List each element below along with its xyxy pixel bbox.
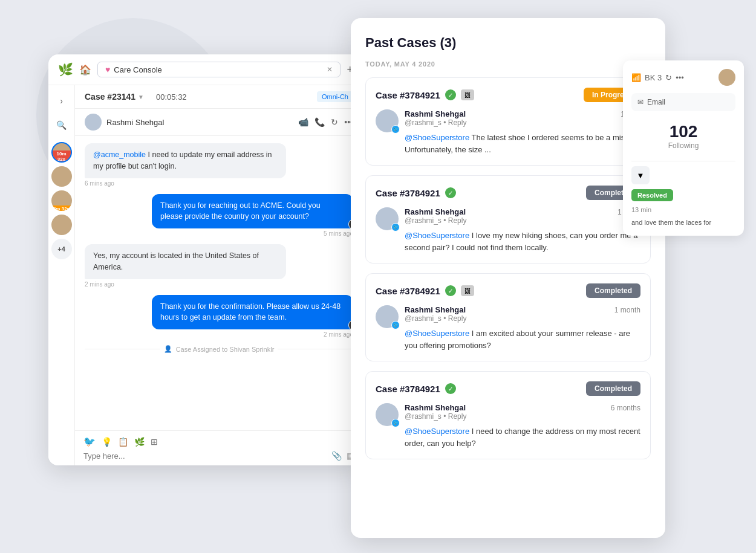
case-user-handle-4: @rashmi_s • Reply — [405, 412, 640, 421]
agent-actions: 📹 📞 ↻ ••• — [298, 117, 353, 127]
case-user-avatar-1: 🐦 — [376, 109, 399, 132]
case-user-name-2: Rashmi Shehgal — [405, 207, 466, 216]
message-input-row: 📎 ▦ — [83, 451, 354, 461]
care-console-tab[interactable]: ♥ Care Console ✕ — [97, 62, 341, 77]
case-user-name-3: Rashmi Shehgal — [405, 305, 466, 314]
case-card-3-header: Case #3784921 ✓ 🖼 Completed — [376, 283, 640, 298]
chat-sidebar: › 🔍 10m 32s 5m 32s +4 — [48, 85, 75, 465]
case-message-1: @ShoeSuperstore The latest shoe I ordere… — [405, 132, 640, 155]
case-card-1-header: Case #3784921 ✓ 🖼 In Progress — [376, 88, 640, 102]
right-panel-header: 📶 BK 3 ↻ ••• — [631, 69, 735, 86]
message-time-1: 6 mins ago — [85, 180, 114, 187]
message-2: Thank you for reaching out to ACME. Coul… — [152, 194, 353, 238]
message-input[interactable] — [83, 451, 327, 461]
mention-1: @acme_mobile — [93, 150, 146, 159]
expand-icon[interactable]: › — [52, 91, 71, 111]
sidebar-avatar-3[interactable]: 5m 32s — [51, 190, 72, 211]
twitter-badge-3: 🐦 — [391, 321, 400, 329]
case-user-row-2: 🐦 Rashmi Shehgal 1 week @rashmi_s • Repl… — [376, 207, 640, 253]
case-card-1[interactable]: Case #3784921 ✓ 🖼 In Progress 🐦 Rashmi S… — [365, 77, 651, 166]
search-icon[interactable]: 🔍 — [52, 115, 71, 135]
resolved-badge: Resolved — [631, 189, 673, 201]
divider-1 — [631, 161, 735, 161]
chat-panel: 🌿 🏠 ♥ Care Console ✕ + › 🔍 10m 32s 5m 32… — [48, 54, 363, 465]
following-box: 102 Following — [631, 116, 735, 156]
case-verified-icon-1: ✓ — [445, 89, 456, 100]
twitter-icon[interactable]: 🐦 — [83, 436, 96, 447]
case-time-3: 1 month — [614, 306, 640, 314]
phone-icon[interactable]: 📞 — [314, 117, 325, 127]
status-badge-4: Completed — [586, 381, 640, 396]
case-user-info-1: Rashmi Shehgal 12min @rashmi_s • Reply @… — [405, 109, 640, 155]
close-tab-icon[interactable]: ✕ — [327, 65, 333, 74]
attach-icon[interactable]: 📎 — [331, 451, 342, 461]
case-card-2-header: Case #3784921 ✓ Completed — [376, 186, 640, 200]
case-id-4: Case #3784921 — [376, 384, 440, 394]
case-user-row-1: 🐦 Rashmi Shehgal 12min @rashmi_s • Reply… — [376, 109, 640, 155]
video-icon[interactable]: 📹 — [298, 117, 308, 127]
case-timer: 00:05:32 — [156, 92, 187, 102]
message-3: Yes, my account is located in the United… — [85, 244, 286, 288]
resolved-section: Resolved — [631, 189, 735, 201]
sidebar-avatar-2[interactable] — [51, 166, 72, 187]
sidebar-avatar-1[interactable]: 10m 32s — [51, 142, 72, 163]
emoji-icon[interactable]: 💡 — [102, 437, 112, 447]
case-title[interactable]: Case #23141 ▼ — [85, 92, 144, 102]
case-id-3: Case #3784921 — [376, 286, 440, 296]
message-text-3: Yes, my account is located in the United… — [93, 251, 259, 271]
template-icon[interactable]: ⊞ — [151, 437, 158, 447]
system-message: 👤 Case Assigned to Shivan Sprinklr — [85, 345, 353, 353]
past-cases-title: Past Cases (3) — [365, 35, 651, 51]
case-user-handle-2: @rashmi_s • Reply — [405, 216, 640, 225]
case-verified-icon-4: ✓ — [445, 383, 456, 394]
email-row: ✉ Email — [631, 93, 735, 111]
case-time-4: 6 months — [611, 404, 640, 412]
twitter-badge-4: 🐦 — [391, 419, 400, 427]
case-mention-4: @ShoeSuperstore — [405, 427, 469, 436]
right-message-preview: and love them the laces for — [631, 218, 735, 227]
message-time-3: 2 mins ago — [85, 281, 114, 288]
refresh-icon[interactable]: ↻ — [665, 73, 672, 82]
message-bubble-1: @acme_mobile I need to update my email a… — [85, 143, 286, 178]
past-cases-panel: Past Cases (3) TODAY, MAY 4 2020 Case #3… — [351, 18, 665, 538]
messages-area[interactable]: @acme_mobile I need to update my email a… — [75, 136, 363, 430]
sprinklr-icon[interactable]: 🌿 — [134, 437, 145, 447]
case-card-2[interactable]: Case #3784921 ✓ Completed 🐦 Rashmi Shehg… — [365, 175, 651, 264]
more-avatars-badge[interactable]: +4 — [51, 239, 72, 259]
case-user-avatar-4: 🐦 — [376, 403, 399, 426]
signal-icon: BK 3 — [645, 73, 662, 82]
case-card-3[interactable]: Case #3784921 ✓ 🖼 Completed 🐦 Rashmi She… — [365, 273, 651, 361]
notes-icon[interactable]: 📋 — [118, 437, 128, 447]
case-user-handle-1: @rashmi_s • Reply — [405, 118, 640, 127]
twitter-badge-2: 🐦 — [391, 223, 400, 231]
refresh-icon[interactable]: ↻ — [331, 117, 338, 127]
right-panel: 📶 BK 3 ↻ ••• ✉ Email 102 Following ▼ Res… — [623, 60, 744, 236]
right-time: 13 min — [631, 206, 735, 213]
filter-icon[interactable]: ▼ — [631, 166, 650, 184]
message-bubble-4: Thank you for the confirmation. Please a… — [152, 295, 353, 330]
chat-main: Case #23141 ▼ 00:05:32 Omni-Ch Rashmi Sh… — [75, 85, 363, 465]
case-user-info-3: Rashmi Shehgal 1 month @rashmi_s • Reply… — [405, 305, 640, 351]
case-mention-3: @ShoeSuperstore — [405, 329, 469, 338]
case-user-handle-3: @rashmi_s • Reply — [405, 314, 640, 323]
home-icon[interactable]: 🏠 — [79, 64, 91, 76]
profile-avatar[interactable] — [719, 69, 735, 86]
message-bubble-3: Yes, my account is located in the United… — [85, 244, 286, 279]
footer-icons: 🐦 💡 📋 🌿 ⊞ — [83, 436, 354, 447]
case-user-row-3: 🐦 Rashmi Shehgal 1 month @rashmi_s • Rep… — [376, 305, 640, 351]
case-chevron-icon: ▼ — [138, 94, 144, 100]
message-time-4: 2 mins ago — [324, 331, 353, 338]
case-card-4[interactable]: Case #3784921 ✓ Completed 🐦 Rashmi Shehg… — [365, 371, 651, 459]
more-icon[interactable]: ••• — [676, 73, 684, 82]
sidebar-avatar-4[interactable] — [51, 215, 72, 235]
case-id-1: Case #3784921 — [376, 90, 440, 100]
case-img-icon-1: 🖼 — [461, 89, 474, 100]
case-verified-icon-3: ✓ — [445, 285, 456, 296]
case-message-4: @ShoeSuperstore I need to change the add… — [405, 425, 640, 449]
email-label: Email — [647, 98, 665, 106]
sidebar-avatars: 10m 32s 5m 32s +4 — [51, 142, 72, 259]
tab-label: Care Console — [114, 65, 162, 74]
case-mention-1: @ShoeSuperstore — [405, 133, 469, 142]
email-icon: ✉ — [637, 98, 644, 106]
agent-bar: Rashmi Shehgal 📹 📞 ↻ ••• — [75, 109, 363, 136]
